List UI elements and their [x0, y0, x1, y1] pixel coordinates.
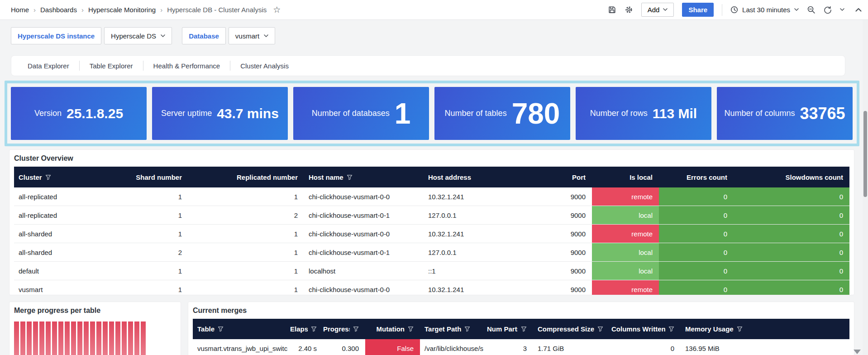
current-merges-body: vusmart.vtrans_jwb_upi_switc2.40 s0.300F…	[193, 339, 849, 355]
column-header[interactable]: Memory Usage	[681, 319, 754, 339]
table-cell: ::1	[424, 262, 501, 280]
merge-progress-bar	[33, 321, 38, 355]
table-cell: all-replicated	[14, 187, 123, 206]
merge-progress-bar	[115, 321, 120, 355]
chevron-down-icon	[663, 8, 668, 11]
save-dashboard-icon[interactable]	[608, 5, 616, 14]
column-header[interactable]: Cluster	[14, 167, 123, 187]
add-button[interactable]: Add	[641, 3, 674, 17]
table-cell: 9000	[501, 206, 592, 224]
filter-icon[interactable]	[347, 174, 353, 180]
filter-icon[interactable]	[464, 326, 470, 332]
breadcrumb: Home›Dashboards›Hyperscale Monitoring›Hy…	[11, 5, 281, 15]
column-header[interactable]: Is local	[592, 167, 659, 187]
filter-icon[interactable]	[521, 326, 527, 332]
stat-value: 25.1.8.25	[67, 106, 123, 121]
table-cell: 0	[659, 243, 734, 261]
column-header-label: Is local	[630, 173, 653, 181]
table-cell: local	[592, 206, 659, 224]
merge-progress-bar	[77, 321, 82, 355]
filter-icon[interactable]	[353, 326, 359, 332]
stat-value: 33765	[800, 104, 845, 123]
column-header[interactable]: Table	[193, 319, 290, 339]
breadcrumb-item[interactable]: Home	[11, 6, 29, 14]
column-header-label: Elapsed	[290, 325, 308, 333]
zoom-out-icon[interactable]	[807, 5, 816, 14]
column-header[interactable]: Port	[501, 167, 592, 187]
column-header[interactable]: Progress	[323, 319, 365, 339]
merge-progress-bar	[52, 321, 57, 355]
column-header-label: Slowdowns count	[786, 173, 844, 181]
variable-dropdown[interactable]: Hyperscale DS	[104, 27, 172, 44]
table-cell: 0	[659, 225, 734, 243]
variable-filter: Hyperscale DS instanceHyperscale DS	[11, 27, 172, 44]
refresh-interval-chevron-icon[interactable]	[840, 8, 844, 11]
filter-icon[interactable]	[597, 326, 603, 332]
table-cell: 127.0.0.1	[424, 206, 501, 224]
table-cell: 0	[659, 206, 734, 224]
table-cell: 0	[734, 225, 849, 243]
column-header[interactable]: Host name	[304, 167, 424, 187]
table-cell: 0	[734, 187, 849, 206]
variable-label: Database	[182, 27, 226, 44]
column-header[interactable]: Columns Written	[611, 319, 681, 339]
variable-dropdown[interactable]: vusmart	[229, 27, 275, 44]
favorite-star-icon[interactable]: ☆	[273, 5, 281, 15]
scrollbar-thumb[interactable]	[863, 111, 867, 197]
column-header-label: Num Parts	[487, 325, 518, 333]
current-merges-header: TableElapsedProgressMutationTarget PathN…	[193, 319, 849, 339]
stat-panel: Number of tables780	[434, 87, 570, 140]
panel-title: Merge progress per table	[10, 302, 181, 319]
filter-icon[interactable]	[737, 326, 743, 332]
table-cell: /var/lib/clickhouse/s	[420, 339, 487, 355]
column-header[interactable]: Mutation	[365, 319, 420, 339]
filter-icon[interactable]	[311, 326, 317, 332]
stat-label: Number of rows	[590, 109, 648, 118]
column-header[interactable]: Target Path	[420, 319, 487, 339]
breadcrumb-separator: ›	[81, 6, 84, 14]
table-cell: 10.32.1.241	[424, 187, 501, 206]
stats-highlight-box: Version25.1.8.25Server uptime43.7 minsNu…	[5, 81, 859, 146]
merge-progress-bar	[58, 321, 63, 355]
table-cell: 0	[659, 280, 734, 295]
table-cell: chi-clickhouse-vusmart-0-0	[304, 225, 424, 243]
table-cell: all-replicated	[14, 206, 123, 224]
tab-table-explorer[interactable]: Table Explorer	[80, 62, 143, 70]
table-row: all-replicated11chi-clickhouse-vusmart-0…	[14, 187, 849, 206]
column-header[interactable]: Elapsed	[290, 319, 323, 339]
column-header[interactable]: Compressed Size	[533, 319, 611, 339]
time-range-picker[interactable]: Last 30 minutes	[730, 6, 799, 14]
breadcrumb-item[interactable]: Dashboards	[40, 6, 77, 14]
merge-progress-panel: Merge progress per table	[9, 302, 181, 355]
bottom-panels: Merge progress per table Current merges …	[9, 302, 868, 355]
tab-cluster-analysis[interactable]: Cluster Analysis	[230, 62, 299, 70]
column-header[interactable]: Num Parts	[487, 319, 533, 339]
filter-icon[interactable]	[45, 174, 51, 180]
column-header-label: Memory Usage	[685, 325, 734, 333]
merge-progress-bar	[122, 321, 127, 355]
tab-data-explorer[interactable]: Data Explorer	[18, 62, 79, 70]
merge-progress-bar	[14, 321, 19, 355]
refresh-icon[interactable]	[824, 6, 832, 14]
filter-icon[interactable]	[668, 326, 674, 332]
table-cell: 1	[123, 187, 188, 206]
tab-health-performance[interactable]: Health & Performance	[143, 62, 230, 70]
chevron-down-icon	[794, 8, 799, 11]
breadcrumb-item[interactable]: Hyperscale DB - Cluster Analysis	[167, 6, 267, 14]
table-cell: 1	[123, 225, 188, 243]
breadcrumb-item[interactable]: Hyperscale Monitoring	[88, 6, 156, 14]
collapse-topbar-icon[interactable]	[855, 8, 862, 12]
table-row: vusmart.vtrans_jwb_upi_switc2.40 s0.300F…	[193, 339, 849, 355]
filter-icon[interactable]	[218, 326, 224, 332]
filter-icon[interactable]	[408, 326, 414, 332]
table-cell: localhost	[304, 262, 424, 280]
settings-gear-icon[interactable]	[625, 5, 633, 14]
column-header[interactable]: Host address	[424, 167, 501, 187]
column-header[interactable]: Errors count	[659, 167, 734, 187]
time-range-label: Last 30 minutes	[742, 6, 790, 14]
share-button-label: Share	[688, 6, 707, 14]
column-header[interactable]: Shard number	[123, 167, 188, 187]
column-header[interactable]: Replicated number	[188, 167, 304, 187]
share-button[interactable]: Share	[682, 3, 714, 17]
column-header[interactable]: Slowdowns count	[734, 167, 849, 187]
